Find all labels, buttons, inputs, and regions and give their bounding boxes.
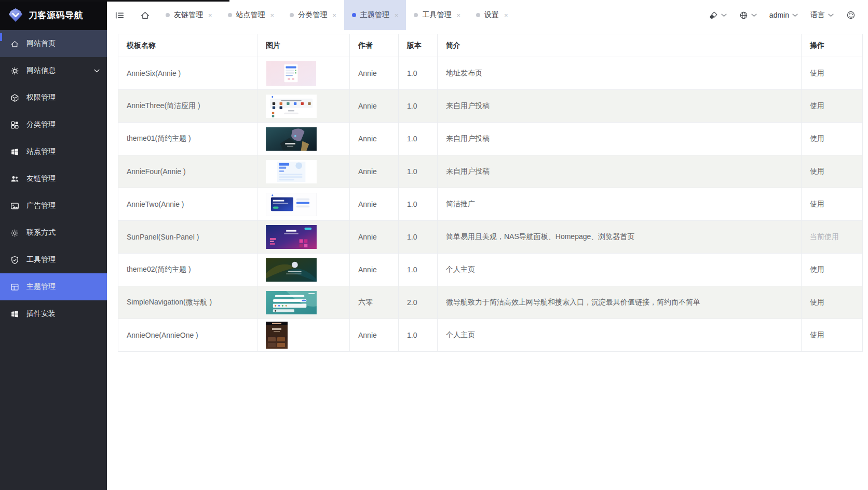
col-header-version: 版本 xyxy=(399,34,438,57)
template-author: Annie xyxy=(350,90,399,123)
template-thumbnail xyxy=(266,225,317,249)
use-theme-link[interactable]: 使用 xyxy=(810,134,824,142)
use-theme-link[interactable]: 使用 xyxy=(810,265,824,273)
template-version: 1.0 xyxy=(399,155,438,188)
template-version: 1.0 xyxy=(399,188,438,221)
home-icon xyxy=(10,39,19,48)
tab-close-icon[interactable]: × xyxy=(395,11,399,19)
tab-close-icon[interactable]: × xyxy=(332,11,336,19)
template-version: 1.0 xyxy=(399,57,438,90)
tab-sites[interactable]: 站点管理 × xyxy=(220,0,282,30)
logo-text: 刀客源码导航 xyxy=(29,9,83,21)
sidebar-item-ads[interactable]: 广告管理 xyxy=(0,192,107,219)
template-description: 个人主页 xyxy=(438,254,802,286)
tab-dot xyxy=(290,13,294,17)
table-row: AnnieOne(AnnieOne ) xyxy=(118,319,863,352)
tab-close-icon[interactable]: × xyxy=(504,11,508,19)
template-name: AnnieThree(简洁应用 ) xyxy=(118,90,257,123)
template-author: 六零 xyxy=(350,286,399,319)
language-menu-label: 语言 xyxy=(810,10,825,20)
template-description: 个人主页 xyxy=(438,319,802,352)
use-theme-link[interactable]: 使用 xyxy=(810,298,824,306)
image-icon xyxy=(10,202,19,210)
sidebar-item-tools[interactable]: 工具管理 xyxy=(0,246,107,273)
tab-dot xyxy=(414,13,418,17)
table-row: AnnieSix(Annie ) xyxy=(118,57,863,90)
tab-close-icon[interactable]: × xyxy=(208,11,212,19)
user-menu[interactable]: admin xyxy=(769,11,798,19)
home-button[interactable] xyxy=(132,0,158,30)
menu-fold-button[interactable] xyxy=(107,0,132,30)
sidebar-item-label: 联系方式 xyxy=(26,228,56,237)
template-author: Annie xyxy=(350,57,399,90)
table-row: AnnieFour(Annie ) xyxy=(118,155,863,188)
chevron-down-icon xyxy=(721,14,727,17)
use-theme-link[interactable]: 使用 xyxy=(810,200,824,208)
globe-icon xyxy=(739,11,748,20)
use-theme-link[interactable]: 使用 xyxy=(810,101,824,110)
template-image-cell xyxy=(257,319,350,352)
grid-icon xyxy=(10,121,19,129)
tab-friend-links[interactable]: 友链管理 × xyxy=(158,0,220,30)
use-theme-link[interactable]: 使用 xyxy=(810,69,824,77)
template-version: 1.0 xyxy=(399,254,438,286)
logo[interactable]: 刀客源码导航 xyxy=(0,0,107,30)
template-author: Annie xyxy=(350,155,399,188)
sidebar-item-label: 站点管理 xyxy=(26,147,56,156)
sidebar-item-plugins[interactable]: 插件安装 xyxy=(0,300,107,327)
sidebar-item-label: 插件安装 xyxy=(26,309,56,319)
sidebar-item-site-info[interactable]: 网站信息 xyxy=(0,57,107,84)
template-name: SunPanel(Sun-Panel ) xyxy=(118,221,257,254)
layout-icon xyxy=(10,283,19,292)
template-image-cell xyxy=(257,57,350,90)
home-icon xyxy=(140,10,150,20)
table-header-row: 模板名称 图片 作者 版本 简介 操作 xyxy=(118,34,863,57)
sidebar-item-site-home[interactable]: 网站首页 xyxy=(0,30,107,57)
use-theme-link[interactable]: 使用 xyxy=(810,167,824,175)
template-author: Annie xyxy=(350,123,399,155)
tab-label: 友链管理 xyxy=(174,10,203,20)
template-author: Annie xyxy=(350,188,399,221)
col-header-image: 图片 xyxy=(257,34,350,57)
sidebar: 刀客源码导航 网站首页 网站信息 xyxy=(0,0,107,490)
template-thumbnail xyxy=(266,160,317,183)
tab-categories[interactable]: 分类管理 × xyxy=(282,0,344,30)
template-name: AnnieSix(Annie ) xyxy=(118,57,257,90)
table-row: AnnieTwo(Annie ) xyxy=(118,188,863,221)
template-thumbnail xyxy=(266,291,317,314)
tab-tools[interactable]: 工具管理 × xyxy=(406,0,468,30)
gear-icon xyxy=(10,67,19,75)
current-theme-label: 当前使用 xyxy=(810,232,839,241)
clear-cache-dropdown[interactable] xyxy=(709,11,727,20)
table-row: theme01(简约主题 ) xyxy=(118,123,863,155)
site-dropdown[interactable] xyxy=(739,11,757,20)
sidebar-item-contact[interactable]: 联系方式 xyxy=(0,219,107,246)
sidebar-item-themes[interactable]: 主题管理 xyxy=(0,273,107,300)
tab-close-icon[interactable]: × xyxy=(270,11,275,19)
palette-icon xyxy=(846,10,856,20)
tab-dot xyxy=(476,13,480,17)
theme-palette-button[interactable] xyxy=(846,10,856,20)
template-name: theme01(简约主题 ) xyxy=(118,123,257,155)
tab-settings[interactable]: 设置 × xyxy=(468,0,516,30)
tab-close-icon[interactable]: × xyxy=(456,11,460,19)
use-theme-link[interactable]: 使用 xyxy=(810,330,824,339)
tab-dot xyxy=(166,13,170,17)
sidebar-item-sites[interactable]: 站点管理 xyxy=(0,138,107,165)
sidebar-item-label: 友链管理 xyxy=(26,174,56,183)
sidebar-item-categories[interactable]: 分类管理 xyxy=(0,111,107,138)
language-menu[interactable]: 语言 xyxy=(810,10,834,20)
template-thumbnail xyxy=(266,95,317,118)
template-thumbnail xyxy=(266,258,317,282)
sidebar-item-friend-links[interactable]: 友链管理 xyxy=(0,165,107,192)
template-name: AnnieOne(AnnieOne ) xyxy=(118,319,257,352)
template-image-cell xyxy=(257,123,350,155)
template-thumbnail xyxy=(266,127,317,151)
template-thumbnail xyxy=(266,322,288,349)
tab-themes[interactable]: 主题管理 × xyxy=(344,0,406,30)
topbar-right: admin 语言 xyxy=(709,0,868,30)
sidebar-scrollbar-thumb[interactable] xyxy=(0,33,2,41)
app-root: 刀客源码导航 网站首页 网站信息 xyxy=(0,0,868,490)
table-row: theme02(简约主题 ) xyxy=(118,254,863,286)
sidebar-item-permissions[interactable]: 权限管理 xyxy=(0,84,107,111)
